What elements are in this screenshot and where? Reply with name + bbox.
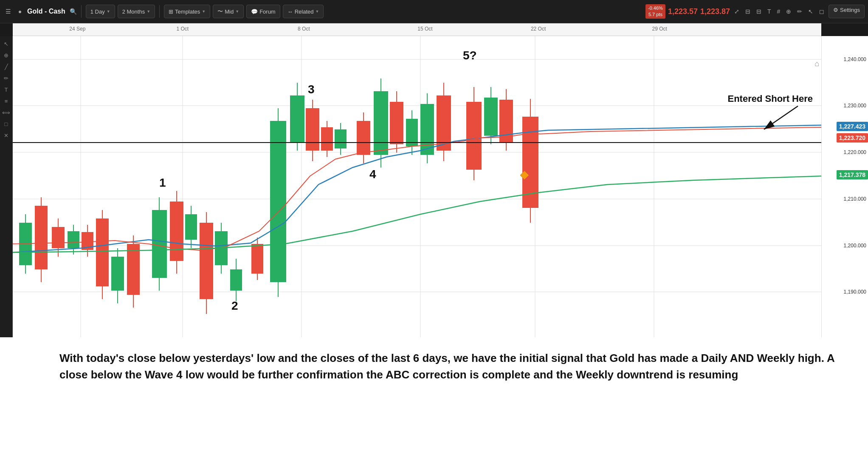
- time-label-oct22: 22 Oct: [531, 26, 546, 32]
- chart-title: Gold - Cash: [27, 8, 65, 15]
- svg-rect-52: [230, 269, 242, 291]
- crosshair-icon[interactable]: ⊕: [784, 6, 793, 17]
- pointer-tool[interactable]: ↖: [3, 39, 10, 48]
- period-label: 2 Months: [122, 8, 145, 15]
- entered-short-label: Entered Short Here: [728, 93, 813, 104]
- menu-icon[interactable]: ☰: [3, 7, 13, 16]
- svg-rect-19: [52, 227, 65, 248]
- wave-label-5: 5?: [463, 49, 477, 62]
- related-arrow: ▼: [316, 9, 319, 14]
- price-1200: 1,200.000: [844, 243, 866, 249]
- circle-icon: ●: [15, 7, 25, 16]
- mid-label: Mid: [225, 8, 234, 15]
- shapes-tool[interactable]: □: [3, 120, 9, 129]
- divider-2: [159, 5, 160, 18]
- svg-rect-22: [68, 231, 79, 248]
- price-green-label: 1,217.378: [837, 170, 868, 179]
- right-controls: -0.46% 5.7 pts 1,223.57 1,223.87 ⤢ ⊟ ⊟ T…: [645, 4, 865, 19]
- time-label-oct1: 1 Oct: [176, 26, 189, 32]
- pencil-tool[interactable]: ✏: [3, 74, 10, 83]
- templates-button[interactable]: ⊞ Templates ▼: [164, 5, 210, 18]
- timeframe-selector[interactable]: 1 Day ▼: [86, 5, 115, 18]
- wave-label-1: 1: [159, 176, 166, 190]
- svg-rect-28: [96, 218, 109, 286]
- time-label-oct29: 29 Oct: [652, 26, 667, 32]
- price-change-pct: -0.46%: [648, 5, 663, 11]
- svg-rect-64: [306, 108, 319, 151]
- time-axis-top: 24 Sep 1 Oct 8 Oct 15 Oct 22 Oct 29 Oct: [13, 23, 821, 36]
- wave-label-3: 3: [308, 83, 315, 96]
- svg-rect-76: [374, 91, 388, 155]
- measure-tool[interactable]: ⟺: [1, 108, 11, 117]
- svg-rect-40: [170, 202, 183, 261]
- mid-selector[interactable]: 〜 Mid ▼: [213, 5, 244, 18]
- related-icon: ↔: [287, 8, 293, 15]
- delete-tool[interactable]: ✕: [3, 131, 10, 140]
- price-blue-label: 1,227.423: [837, 122, 868, 131]
- period-selector[interactable]: 2 Months ▼: [118, 5, 155, 18]
- detach-icon[interactable]: ⊟: [744, 6, 752, 17]
- svg-rect-61: [290, 95, 304, 142]
- line-tool[interactable]: ╱: [3, 62, 9, 71]
- divider-1: [81, 5, 82, 18]
- price-1220: 1,220.000: [844, 149, 866, 155]
- mid-icon: 〜: [217, 8, 223, 15]
- text-icon[interactable]: T: [766, 6, 773, 17]
- svg-rect-16: [35, 206, 48, 269]
- cursor-icon[interactable]: ↖: [806, 6, 815, 17]
- timeframe-label: 1 Day: [90, 8, 105, 15]
- chart-area: ↖ ⊕ ╱ ✏ T ≡ ⟺ □ ✕: [0, 36, 868, 337]
- svg-rect-70: [335, 129, 347, 148]
- price-change-badge: -0.46% 5.7 pts: [645, 4, 665, 19]
- mid-arrow: ▼: [235, 9, 239, 14]
- analysis-text-area: With today's close below yesterdays' low…: [0, 337, 868, 476]
- related-button[interactable]: ↔ Related ▼: [283, 5, 324, 18]
- period-arrow: ▼: [147, 9, 150, 14]
- time-label-sep24: 24 Sep: [69, 26, 85, 32]
- svg-rect-79: [390, 102, 403, 144]
- svg-rect-58: [270, 121, 286, 282]
- pen-icon[interactable]: ✏: [795, 6, 804, 17]
- svg-rect-46: [200, 223, 213, 299]
- expand-icon[interactable]: ⤢: [733, 6, 741, 17]
- svg-rect-91: [466, 102, 482, 170]
- chart-main[interactable]: 1 2 3 4 5? Entered Short Here ⌂: [13, 36, 821, 337]
- price-change-pts: 5.7 pts: [648, 11, 663, 18]
- price-red-label: 1,223.720: [837, 133, 868, 143]
- text-tool[interactable]: T: [3, 85, 9, 94]
- settings-button[interactable]: ⚙ Settings: [829, 5, 865, 18]
- svg-rect-37: [152, 210, 167, 278]
- topbar: ☰ ● Gold - Cash 🔍 1 Day ▼ 2 Months ▼ ⊞ T…: [0, 0, 868, 23]
- forum-label: Forum: [259, 8, 276, 15]
- svg-rect-67: [321, 127, 333, 151]
- svg-rect-34: [127, 244, 140, 295]
- svg-rect-94: [484, 98, 498, 136]
- highlight-icon[interactable]: ◻: [817, 6, 826, 17]
- time-label-oct8: 8 Oct: [298, 26, 310, 32]
- grid-icon[interactable]: #: [775, 6, 782, 17]
- svg-rect-43: [185, 214, 197, 240]
- svg-rect-73: [357, 121, 370, 155]
- wave-label-4: 4: [369, 168, 376, 181]
- fibonacci-tool[interactable]: ≡: [3, 97, 9, 106]
- search-icon[interactable]: 🔍: [70, 8, 77, 15]
- timeframe-arrow: ▼: [107, 9, 110, 14]
- home-icon[interactable]: ⌂: [814, 59, 819, 68]
- time-label-oct15: 15 Oct: [417, 26, 432, 32]
- price-1190: 1,190.000: [844, 289, 866, 295]
- forum-button[interactable]: 💬 Forum: [246, 5, 280, 18]
- settings-label: Settings: [840, 7, 860, 13]
- price-axis: 1,240.000 1,230.000 1,220.000 1,210.000 …: [821, 36, 868, 337]
- settings-gear-icon: ⚙: [833, 7, 838, 13]
- crosshair-tool[interactable]: ⊕: [3, 51, 10, 60]
- svg-rect-55: [251, 244, 263, 274]
- price-ask: 1,223.57: [668, 7, 698, 16]
- templates-icon: ⊞: [169, 8, 173, 15]
- svg-rect-31: [111, 257, 124, 291]
- price-1210: 1,210.000: [844, 196, 866, 202]
- analysis-paragraph: With today's close below yesterdays' low…: [59, 350, 851, 383]
- templates-label: Templates: [175, 8, 200, 15]
- column-icon[interactable]: ⊟: [755, 6, 763, 17]
- price-1230: 1,230.000: [844, 103, 866, 109]
- price-1240: 1,240.000: [844, 56, 866, 62]
